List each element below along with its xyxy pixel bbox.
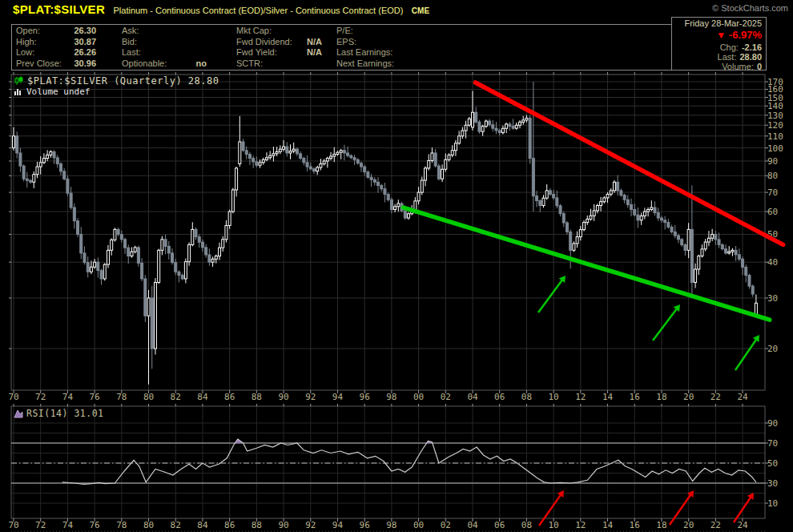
up-candle bbox=[707, 238, 710, 242]
up-candle bbox=[600, 202, 602, 206]
up-candle bbox=[158, 250, 160, 282]
down-candle bbox=[654, 208, 656, 213]
up-candle bbox=[518, 122, 521, 125]
up-candle bbox=[596, 205, 598, 210]
down-candle bbox=[242, 142, 244, 151]
down-candle bbox=[681, 240, 683, 245]
down-candle bbox=[634, 210, 636, 216]
down-candle bbox=[303, 159, 305, 163]
up-candle bbox=[13, 136, 15, 148]
up-candle bbox=[94, 262, 96, 267]
up-candle bbox=[231, 190, 234, 212]
down-candle bbox=[620, 191, 622, 195]
down-candle bbox=[296, 149, 298, 154]
down-candle bbox=[664, 220, 666, 223]
main-chart-legend: $PLAT:$SILVER (Quarterly) 28.80 bbox=[14, 75, 219, 87]
up-candle bbox=[542, 198, 545, 205]
axis-tick-label: 20 bbox=[683, 520, 694, 530]
down-candle bbox=[248, 155, 251, 159]
axis-tick-label: 00 bbox=[413, 520, 424, 530]
axis-tick-label: 94 bbox=[332, 520, 344, 530]
down-candle bbox=[117, 229, 119, 234]
down-candle bbox=[80, 234, 83, 252]
up-candle bbox=[593, 211, 595, 216]
up-candle bbox=[755, 303, 757, 314]
down-candle bbox=[178, 272, 180, 275]
up-candle bbox=[42, 159, 45, 163]
arrow-shaft bbox=[538, 280, 562, 312]
down-candle bbox=[549, 191, 551, 195]
axis-tick-label: 110 bbox=[767, 131, 783, 142]
down-candle bbox=[404, 211, 406, 218]
down-candle bbox=[684, 245, 686, 251]
up-candle bbox=[417, 192, 420, 201]
down-candle bbox=[137, 248, 139, 264]
down-candle bbox=[373, 179, 376, 182]
down-candle bbox=[380, 186, 383, 189]
up-candle bbox=[103, 264, 106, 279]
down-candle bbox=[670, 228, 673, 232]
down-candle bbox=[437, 166, 440, 179]
axis-tick-label: 00 bbox=[413, 392, 424, 402]
up-candle bbox=[114, 229, 116, 240]
down-candle bbox=[475, 112, 477, 122]
axis-tick-label: 90 bbox=[278, 520, 288, 530]
up-candle bbox=[239, 142, 241, 163]
axis-tick-label: 72 bbox=[35, 392, 46, 402]
axis-tick-label: 120 bbox=[767, 120, 783, 131]
down-candle bbox=[492, 125, 494, 129]
down-candle bbox=[181, 276, 183, 279]
down-candle bbox=[748, 276, 751, 287]
down-candle bbox=[286, 147, 288, 153]
rsi-overbought-fill bbox=[235, 439, 432, 443]
down-candle bbox=[167, 246, 170, 253]
up-candle bbox=[454, 143, 457, 151]
trendlines bbox=[403, 83, 783, 320]
axis-tick-label: 90 bbox=[767, 156, 778, 167]
down-candle bbox=[151, 298, 153, 349]
axis-tick-label: 18 bbox=[656, 392, 666, 402]
up-candle bbox=[501, 128, 504, 132]
red-arrows bbox=[539, 490, 754, 526]
axis-tick-label: 22 bbox=[710, 520, 721, 530]
up-candle bbox=[39, 163, 42, 167]
down-candle bbox=[718, 240, 720, 244]
down-candle bbox=[735, 250, 737, 254]
axis-tick-label: 76 bbox=[89, 392, 99, 402]
down-candle bbox=[384, 189, 386, 195]
down-candle bbox=[509, 124, 511, 127]
axis-tick-label: 88 bbox=[252, 392, 262, 402]
up-candle bbox=[265, 158, 268, 160]
axis-tick-label: 74 bbox=[62, 392, 74, 402]
down-candle bbox=[745, 267, 747, 275]
axis-tick-label: 06 bbox=[494, 392, 505, 402]
axis-tick-label: 04 bbox=[467, 520, 478, 530]
rsi-panel bbox=[11, 439, 765, 484]
up-candle bbox=[650, 208, 653, 210]
up-candle bbox=[576, 237, 578, 244]
up-candle bbox=[320, 163, 322, 167]
down-candle bbox=[529, 118, 531, 158]
axis-tick-label: 70 bbox=[767, 438, 778, 449]
axis-tick-label: 72 bbox=[35, 520, 46, 530]
arrow-shaft bbox=[735, 339, 757, 370]
up-candle bbox=[687, 229, 690, 250]
axis-tick-label: 24 bbox=[737, 520, 748, 530]
up-candle bbox=[131, 252, 133, 256]
down-candle bbox=[77, 221, 79, 235]
axis-tick-label: 04 bbox=[467, 392, 478, 402]
down-candle bbox=[353, 158, 356, 160]
axis-tick-label: 06 bbox=[494, 520, 505, 530]
down-candle bbox=[637, 215, 639, 220]
axis-tick-label: 80 bbox=[767, 171, 778, 181]
axis-tick-label: 78 bbox=[116, 520, 127, 530]
up-candle bbox=[643, 212, 646, 216]
up-candle bbox=[292, 149, 295, 151]
up-candle bbox=[147, 298, 150, 316]
down-candle bbox=[674, 232, 676, 236]
trendline-support bbox=[403, 208, 770, 320]
trendline-resistance bbox=[475, 83, 783, 244]
down-candle bbox=[617, 182, 619, 191]
up-candle bbox=[36, 167, 38, 175]
up-candle bbox=[731, 250, 734, 252]
